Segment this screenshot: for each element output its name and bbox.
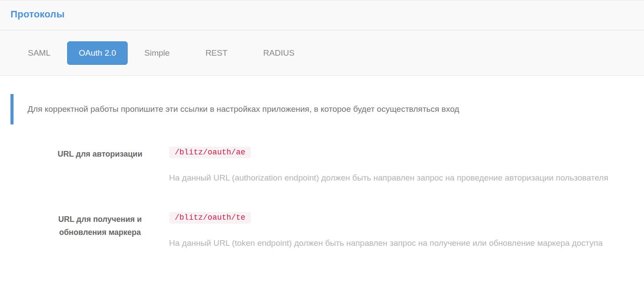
info-callout: Для корректной работы пропишите эти ссыл… (10, 94, 634, 124)
token-endpoint-value: /blitz/oauth/te (169, 212, 251, 224)
protocol-tabs: SAML OAuth 2.0 Simple REST RADIUS (0, 30, 644, 76)
authorization-endpoint-value: /blitz/oauth/ae (169, 147, 251, 158)
protocols-page: Протоколы SAML OAuth 2.0 Simple REST RAD… (0, 0, 644, 288)
tab-simple[interactable]: Simple (133, 42, 181, 64)
token-url-label: URL для получения и обновления маркера (0, 212, 163, 239)
authorization-url-row: URL для авторизации /blitz/oauth/ae На д… (0, 147, 644, 184)
tab-rest[interactable]: REST (194, 42, 239, 64)
info-callout-text: Для корректной работы пропишите эти ссыл… (27, 104, 459, 114)
endpoints-form: URL для авторизации /blitz/oauth/ae На д… (0, 147, 644, 250)
page-header: Протоколы (0, 0, 644, 30)
tab-oauth2[interactable]: OAuth 2.0 (67, 41, 128, 65)
token-url-content: /blitz/oauth/te На данный URL (token end… (169, 212, 603, 250)
authorization-url-help: На данный URL (authorization endpoint) д… (169, 171, 608, 184)
authorization-url-label: URL для авторизации (0, 147, 163, 161)
page-title: Протоколы (10, 9, 634, 20)
token-url-row: URL для получения и обновления маркера /… (0, 212, 644, 250)
authorization-url-content: /blitz/oauth/ae На данный URL (authoriza… (169, 147, 608, 184)
oauth-settings-panel: Для корректной работы пропишите эти ссыл… (0, 76, 644, 250)
token-url-help: На данный URL (token endpoint) должен бы… (169, 237, 603, 250)
tab-saml[interactable]: SAML (17, 42, 62, 64)
tab-radius[interactable]: RADIUS (252, 42, 306, 64)
